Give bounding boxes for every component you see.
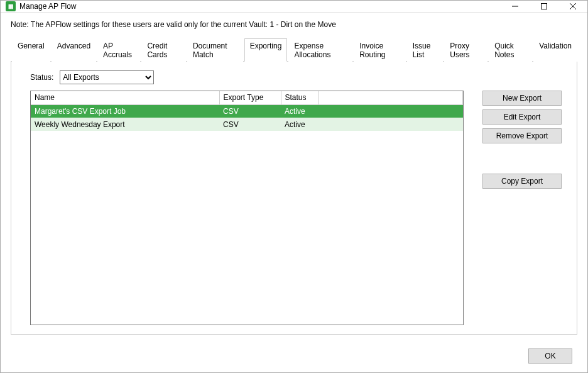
tab-validation[interactable]: Validation <box>533 38 577 62</box>
tab-issue-list[interactable]: Issue List <box>407 38 444 62</box>
cell-blank <box>318 118 463 131</box>
exports-table-wrap: Name Export Type Status Margaret's CSV E… <box>30 91 464 325</box>
copy-export-button[interactable]: Copy Export <box>482 174 562 189</box>
main-row: Name Export Type Status Margaret's CSV E… <box>30 91 564 325</box>
tab-quick-notes[interactable]: Quick Notes <box>489 38 532 62</box>
button-spacer <box>482 147 562 170</box>
tab-credit-cards[interactable]: Credit Cards <box>141 38 186 62</box>
tab-document-match[interactable]: Document Match <box>187 38 243 62</box>
titlebar: ▦ Manage AP Flow <box>1 1 587 13</box>
content-area: Note: The APFlow settings for these user… <box>1 13 587 342</box>
col-header-export-type[interactable]: Export Type <box>219 91 281 104</box>
tab-invoice-routing[interactable]: Invoice Routing <box>354 38 406 62</box>
svg-rect-1 <box>542 4 547 9</box>
col-header-name[interactable]: Name <box>31 91 219 104</box>
footer: OK <box>1 342 587 372</box>
table-row[interactable]: Margaret's CSV Export JobCSVActive <box>31 104 463 118</box>
tab-expense-allocations[interactable]: Expense Allocations <box>288 38 352 62</box>
cell-exportType: CSV <box>219 118 281 131</box>
window-controls <box>501 1 587 12</box>
tab-ap-accruals[interactable]: AP Accruals <box>97 38 140 62</box>
exports-table: Name Export Type Status Margaret's CSV E… <box>31 91 463 131</box>
cell-name: Weekly Wednesday Export <box>31 118 219 131</box>
tabstrip: GeneralAdvancedAP AccrualsCredit CardsDo… <box>11 38 577 62</box>
manage-ap-flow-window: ▦ Manage AP Flow Note: The APFlow settin… <box>0 0 588 373</box>
col-header-blank <box>318 91 463 104</box>
cell-name: Margaret's CSV Export Job <box>31 104 219 118</box>
remove-export-button[interactable]: Remove Export <box>482 128 562 143</box>
note-text: Note: The APFlow settings for these user… <box>11 20 577 29</box>
minimize-button[interactable] <box>501 1 530 12</box>
cell-blank <box>318 104 463 118</box>
tab-exporting[interactable]: Exporting <box>244 38 288 62</box>
edit-export-button[interactable]: Edit Export <box>482 109 562 125</box>
col-header-status[interactable]: Status <box>281 91 318 104</box>
ok-button[interactable]: OK <box>528 348 572 364</box>
status-select[interactable]: All Exports <box>60 70 154 84</box>
cell-status: Active <box>281 118 318 131</box>
status-row: Status: All Exports <box>30 70 564 84</box>
tab-advanced[interactable]: Advanced <box>52 38 96 62</box>
side-buttons: New Export Edit Export Remove Export Cop… <box>482 91 562 325</box>
tab-general[interactable]: General <box>12 38 50 62</box>
close-button[interactable] <box>558 1 587 12</box>
cell-exportType: CSV <box>219 104 281 118</box>
status-label: Status: <box>30 73 53 82</box>
window-title: Manage AP Flow <box>19 2 501 11</box>
tab-proxy-users[interactable]: Proxy Users <box>444 38 487 62</box>
new-export-button[interactable]: New Export <box>482 91 562 106</box>
exporting-tabpanel: Status: All Exports <box>11 62 577 335</box>
table-row[interactable]: Weekly Wednesday ExportCSVActive <box>31 118 463 131</box>
table-header-row: Name Export Type Status <box>31 91 463 104</box>
maximize-button[interactable] <box>530 1 558 12</box>
app-icon: ▦ <box>6 1 16 11</box>
cell-status: Active <box>281 104 318 118</box>
